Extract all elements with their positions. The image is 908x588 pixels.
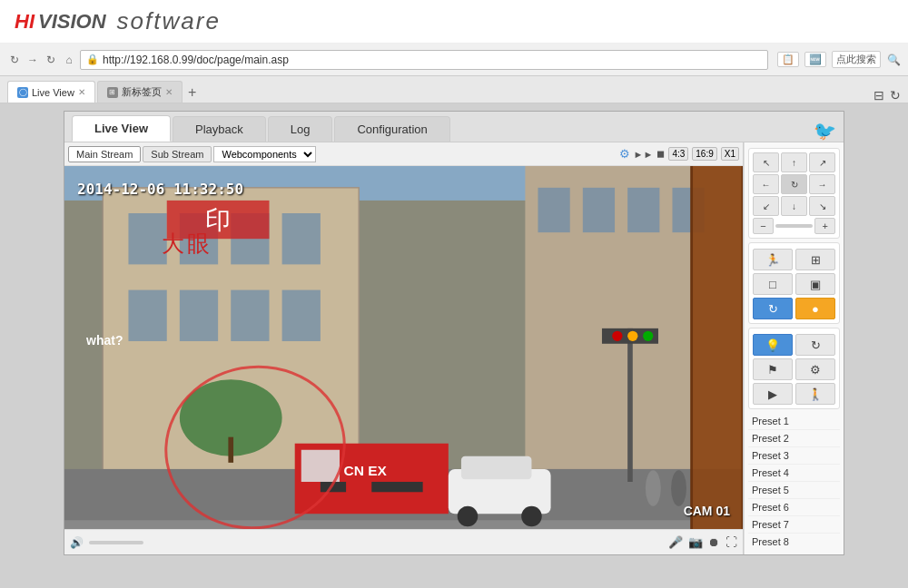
preset-item-5[interactable]: Preset 5 bbox=[748, 482, 840, 499]
tab-close-newtab[interactable]: ✕ bbox=[165, 87, 173, 97]
sub-stream-btn[interactable]: Sub Stream bbox=[143, 146, 212, 162]
volume-slider[interactable] bbox=[89, 541, 143, 544]
svg-rect-9 bbox=[180, 290, 218, 341]
bookmark-btn[interactable]: 📋 bbox=[777, 52, 799, 67]
browser-tab-liveview[interactable]: ◯ Live View ✕ bbox=[7, 81, 95, 103]
video-panel: Main Stream Sub Stream Webcomponents ⚙ ►… bbox=[64, 142, 744, 554]
address-text: http://192.168.0.99/doc/page/main.asp bbox=[103, 54, 762, 66]
search-suggest-btn[interactable]: 点此搜索 bbox=[832, 51, 881, 68]
ptz-dir-tr[interactable]: ↗ bbox=[809, 152, 835, 172]
browser-refresh-btn[interactable]: ↻ bbox=[44, 53, 58, 67]
ptz-person-btn[interactable]: ▶ bbox=[753, 383, 793, 405]
content-area: Main Stream Sub Stream Webcomponents ⚙ ►… bbox=[64, 142, 844, 554]
ptz-walk-btn[interactable]: 🏃 bbox=[753, 249, 793, 270]
preset-item-3[interactable]: Preset 3 bbox=[748, 447, 840, 465]
main-area: Live View Playback Log Configuration 🐦 M… bbox=[0, 103, 908, 588]
svg-point-37 bbox=[627, 331, 637, 341]
bottom-bar-right: 🎤 📷 ⏺ ⛶ bbox=[668, 535, 737, 549]
stream-icons: ⚙ ►► ◼ 4:3 16:9 X1 bbox=[619, 147, 739, 161]
share-btn[interactable]: 🆕 bbox=[804, 52, 826, 67]
webcomponents-select[interactable]: Webcomponents bbox=[213, 146, 316, 162]
tab-live-view[interactable]: Live View bbox=[72, 115, 171, 142]
ptz-dir-r[interactable]: → bbox=[809, 174, 835, 194]
ptz-zoom-row: − + bbox=[753, 218, 835, 234]
ptz-zoom-slider[interactable] bbox=[775, 224, 814, 228]
svg-rect-10 bbox=[231, 290, 269, 341]
app-header: HI VISION software bbox=[0, 0, 908, 44]
hi-logo: HI bbox=[15, 10, 35, 34]
address-bar[interactable]: 🔒 http://192.168.0.99/doc/page/main.asp bbox=[80, 50, 768, 70]
what-label: what? bbox=[86, 333, 123, 348]
tab-restore-btn[interactable]: ↻ bbox=[890, 88, 901, 103]
ratio-169-btn[interactable]: 16:9 bbox=[692, 147, 716, 161]
timestamp-overlay: 2014-12-06 11:32:50 bbox=[77, 181, 243, 198]
cam-label: CAM 01 bbox=[684, 504, 730, 518]
svg-text:CN EX: CN EX bbox=[344, 463, 388, 478]
ptz-pan-btn[interactable]: ↻ bbox=[795, 334, 835, 356]
nav-tabs: Live View Playback Log Configuration 🐦 bbox=[64, 112, 844, 142]
tab-playback[interactable]: Playback bbox=[173, 116, 266, 142]
tab-log[interactable]: Log bbox=[268, 116, 333, 142]
svg-text:印: 印 bbox=[205, 206, 231, 234]
ptz-dir-b[interactable]: ↓ bbox=[781, 196, 807, 216]
ptz-dir-l[interactable]: ← bbox=[753, 174, 779, 194]
stream-bar: Main Stream Sub Stream Webcomponents ⚙ ►… bbox=[64, 142, 743, 166]
stream-stop-icon[interactable]: ◼ bbox=[656, 148, 665, 160]
ratio-x1-btn[interactable]: X1 bbox=[721, 147, 739, 161]
ptz-grid-btn[interactable]: ⊞ bbox=[795, 249, 835, 270]
browser-actions: 📋 🆕 点此搜索 🔍 bbox=[777, 51, 901, 68]
video-bottom-bar: 🔊 🎤 📷 ⏺ ⛶ bbox=[64, 529, 743, 554]
nav-tab-right: 🐦 bbox=[814, 120, 836, 142]
browser-search-btn[interactable]: 🔍 bbox=[886, 53, 901, 67]
bird-icon: 🐦 bbox=[814, 120, 836, 142]
ptz-refresh-btn[interactable]: ↻ bbox=[753, 298, 793, 319]
preset-item-1[interactable]: Preset 1 bbox=[748, 413, 840, 430]
ratio-43-btn[interactable]: 4:3 bbox=[668, 147, 688, 161]
ptz-rect2-btn[interactable]: ▣ bbox=[795, 273, 835, 295]
ptz-extra-btn[interactable]: 🚶 bbox=[795, 383, 835, 405]
browser-home-btn[interactable]: ⌂ bbox=[62, 53, 76, 67]
svg-rect-29 bbox=[461, 456, 532, 479]
record-btn[interactable]: ⏺ bbox=[708, 535, 720, 549]
fullscreen-btn[interactable]: ⛶ bbox=[725, 535, 737, 549]
ptz-flag-btn[interactable]: ⚑ bbox=[753, 358, 793, 380]
software-text: software bbox=[117, 7, 221, 35]
tab-configuration[interactable]: Configuration bbox=[334, 116, 449, 142]
svg-rect-33 bbox=[228, 437, 233, 463]
ptz-zoom-minus[interactable]: − bbox=[753, 218, 774, 234]
svg-rect-24 bbox=[301, 450, 340, 482]
ptz-dir-br[interactable]: ↘ bbox=[809, 196, 835, 216]
ptz-alert-btn[interactable]: ⚙ bbox=[795, 358, 835, 380]
ptz-dir-t[interactable]: ↑ bbox=[781, 152, 807, 172]
main-stream-btn[interactable]: Main Stream bbox=[68, 146, 141, 162]
preset-list: Preset 1Preset 2Preset 3Preset 4Preset 5… bbox=[748, 413, 840, 549]
ptz-zoom-plus[interactable]: + bbox=[814, 218, 835, 234]
ptz-dir-bl[interactable]: ↙ bbox=[753, 196, 779, 216]
ptz-light-btn[interactable]: 💡 bbox=[753, 334, 793, 356]
browser-back-btn[interactable]: ↻ bbox=[7, 53, 22, 67]
preset-item-8[interactable]: Preset 8 bbox=[748, 534, 840, 549]
preset-item-7[interactable]: Preset 7 bbox=[748, 516, 840, 534]
ptz-dir-center[interactable]: ↻ bbox=[781, 174, 807, 194]
vision-logo: VISION bbox=[38, 10, 106, 34]
stream-settings-icon[interactable]: ⚙ bbox=[619, 147, 630, 161]
tab-minimize-btn[interactable]: ⊟ bbox=[873, 88, 884, 103]
preset-item-6[interactable]: Preset 6 bbox=[748, 499, 840, 516]
ptz-target-btn[interactable]: ● bbox=[795, 298, 835, 319]
ptz-icon-grid2: 💡 ↻ ⚑ ⚙ ▶ 🚶 bbox=[753, 334, 835, 405]
preset-item-2[interactable]: Preset 2 bbox=[748, 430, 840, 447]
stream-skip-icon[interactable]: ►► bbox=[634, 149, 654, 160]
snapshot-btn[interactable]: 📷 bbox=[688, 535, 703, 549]
tab-close-liveview[interactable]: ✕ bbox=[78, 87, 85, 97]
ptz-dir-tl[interactable]: ↖ bbox=[753, 152, 779, 172]
browser-tab-newtab[interactable]: ⊞ 新标签页 ✕ bbox=[97, 81, 183, 103]
svg-text:眼: 眼 bbox=[187, 230, 210, 256]
ptz-rect-btn[interactable]: □ bbox=[753, 273, 793, 295]
mic-btn[interactable]: 🎤 bbox=[668, 535, 683, 549]
svg-text:大: 大 bbox=[162, 230, 184, 256]
tab-favicon-newtab: ⊞ bbox=[107, 87, 118, 98]
new-tab-btn[interactable]: + bbox=[184, 84, 200, 101]
browser-forward-btn[interactable]: → bbox=[25, 53, 40, 67]
svg-rect-25 bbox=[321, 482, 346, 492]
preset-item-4[interactable]: Preset 4 bbox=[748, 465, 840, 482]
